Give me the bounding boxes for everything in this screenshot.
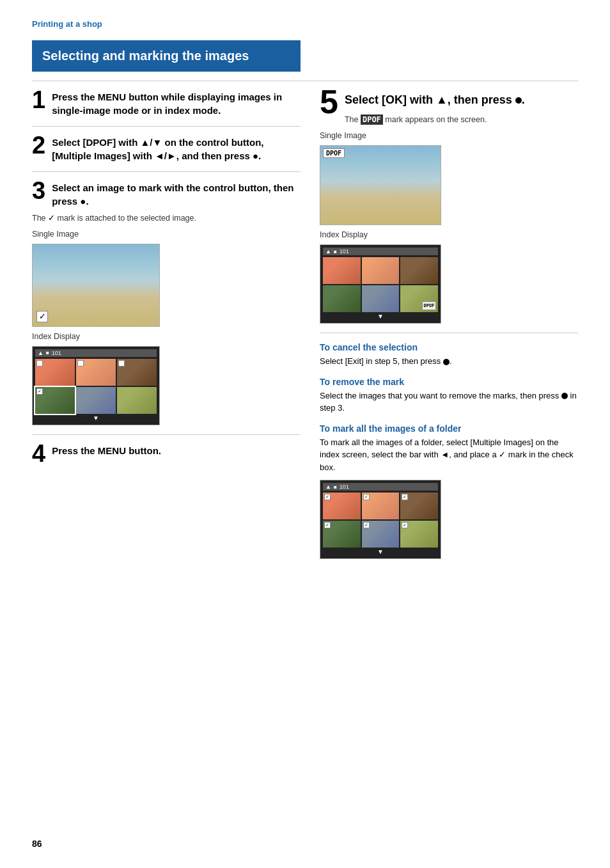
two-column-layout: 1 Press the MENU button while displaying…	[32, 90, 578, 564]
step-3-index-label: Index Display	[32, 332, 301, 341]
step-3: 3 Select an image to mark with the contr…	[32, 181, 301, 208]
grid-all-cell-6: ✓	[400, 521, 438, 548]
scroll-down-all: ▼	[323, 548, 438, 556]
header-title: Printing at a shop	[32, 19, 102, 29]
step-5-number: 5	[320, 85, 338, 118]
grid5-cell-3	[400, 257, 438, 284]
checkmark-icon: ✓	[48, 213, 55, 223]
folder-icon-5: ■	[334, 249, 337, 255]
folder-icon-all: ■	[334, 484, 337, 490]
grid-cell-1	[35, 359, 75, 386]
cell-checkbox-4: ✓	[36, 388, 43, 395]
step-5-text: Select [OK] with ▲, then press .	[345, 90, 578, 107]
grid-all-cell-3: ✓	[400, 493, 438, 519]
cell-all-checkbox-2: ✓	[363, 494, 370, 500]
cell-checkbox-3	[118, 360, 125, 367]
grid5-cell-1	[323, 257, 361, 284]
index-grid-5: DPOF	[323, 257, 438, 312]
mark-all-text: To mark all the images of a folder, sele…	[320, 436, 578, 474]
remove-heading: To remove the mark	[320, 377, 578, 387]
grid5-cell-6: DPOF	[400, 285, 438, 312]
grid-all-cell-2: ✓	[362, 493, 400, 519]
cell-all-checkbox-6: ✓	[402, 522, 408, 528]
grid5-cell-4	[323, 285, 361, 312]
step-4-text: Press the MENU button.	[52, 444, 301, 457]
step-1: 1 Press the MENU button while displaying…	[32, 90, 301, 117]
scroll-up-5: ▲	[325, 248, 331, 255]
step-4-number: 4	[32, 441, 45, 466]
scroll-down-5: ▼	[323, 312, 438, 320]
step-3-check-mark: ✓	[36, 311, 48, 322]
right-column: 5 Select [OK] with ▲, then press . The D…	[320, 90, 578, 564]
step-2-text: Select [DPOF] with ▲/▼ on the control bu…	[52, 136, 301, 162]
mark-all-heading: To mark all the images of a folder	[320, 423, 578, 434]
check-icon: ✓	[39, 312, 46, 321]
scroll-up-3: ▲	[38, 350, 43, 356]
cancel-text: Select [Exit] in step 5, then press .	[320, 355, 578, 368]
step-3-sub: The ✓ mark is attached to the selected i…	[32, 212, 301, 225]
divider-2	[32, 171, 301, 172]
step-1-text: Press the MENU button while displaying i…	[52, 90, 301, 117]
scroll-down-3: ▼	[35, 414, 157, 422]
grid-cell-2	[76, 359, 116, 386]
index-top-bar-3: ▲ ■ 101	[35, 349, 157, 357]
step-5-single-label: Single Image	[320, 131, 578, 140]
cell-checkbox-2	[77, 360, 84, 367]
step-2-number: 2	[32, 133, 45, 157]
step-3-index-display: ▲ ■ 101 ✓	[32, 346, 160, 425]
grid-all-cell-1: ✓	[323, 493, 361, 519]
page-header: Printing at a shop	[32, 19, 578, 29]
grid5-cell-2	[362, 257, 400, 284]
cell-all-checkbox-3: ✓	[402, 494, 408, 500]
section-title: Selecting and marking the images	[42, 49, 249, 63]
step-5: 5 Select [OK] with ▲, then press .	[320, 90, 578, 107]
step-3-number: 3	[32, 178, 45, 203]
index-grid-all: ✓ ✓ ✓ ✓ ✓ ✓	[323, 493, 438, 548]
folder-number-5: 101	[340, 248, 349, 255]
grid-cell-3	[117, 359, 157, 386]
circle-bullet-5	[515, 97, 522, 104]
cancel-heading: To cancel the selection	[320, 342, 578, 352]
section-title-box: Selecting and marking the images	[32, 40, 301, 72]
divider-top	[32, 81, 578, 81]
cell-all-checkbox-4: ✓	[324, 522, 331, 528]
step-3-single-label: Single Image	[32, 230, 301, 239]
step-1-number: 1	[32, 88, 45, 112]
grid-all-cell-5: ✓	[362, 521, 400, 548]
folder-icon-3: ■	[46, 350, 49, 356]
step-5-index-label: Index Display	[320, 230, 578, 239]
circle-bullet-cancel	[443, 359, 450, 365]
page: Printing at a shop Selecting and marking…	[0, 0, 610, 868]
divider-1	[32, 126, 301, 127]
grid-cell-4: ✓	[35, 387, 75, 414]
index-top-bar-5: ▲ ■ 101	[323, 248, 438, 255]
dpof-text-badge: DPOF	[361, 114, 383, 125]
circle-bullet-remove	[561, 393, 568, 399]
grid5-cell-5	[362, 285, 400, 312]
step-2: 2 Select [DPOF] with ▲/▼ on the control …	[32, 136, 301, 162]
checkmark-mark-all: ✓	[499, 450, 506, 459]
mark-all-index-display: ▲ ■ 101 ✓ ✓ ✓ ✓	[320, 480, 441, 559]
folder-number-3: 101	[52, 350, 61, 356]
step-5-single-image: DPOF	[320, 145, 441, 225]
cell-checkbox-1	[36, 360, 43, 367]
cell-all-checkbox-1: ✓	[324, 494, 331, 500]
divider-3	[32, 434, 301, 435]
left-column: 1 Press the MENU button while displaying…	[32, 90, 301, 564]
grid-cell-5	[76, 387, 116, 414]
dpof-badge-single: DPOF	[323, 148, 345, 158]
remove-text: Select the images that you want to remov…	[320, 390, 578, 414]
step-3-text: Select an image to mark with the control…	[52, 181, 301, 208]
page-number: 86	[32, 839, 42, 849]
index-top-bar-all: ▲ ■ 101	[323, 483, 438, 491]
index-grid-3: ✓	[35, 359, 157, 414]
step-5-sub1: The DPOF mark appears on the screen.	[320, 114, 578, 126]
step-4: 4 Press the MENU button.	[32, 444, 301, 457]
divider-right-1	[320, 333, 578, 333]
folder-number-all: 101	[340, 484, 349, 490]
grid-cell-6	[117, 387, 157, 414]
step-3-single-image: ✓	[32, 244, 160, 327]
dpof-circle-badge-5: DPOF	[422, 301, 436, 310]
step-5-index-display: ▲ ■ 101 DPOF ▼	[320, 244, 441, 324]
grid-all-cell-4: ✓	[323, 521, 361, 548]
